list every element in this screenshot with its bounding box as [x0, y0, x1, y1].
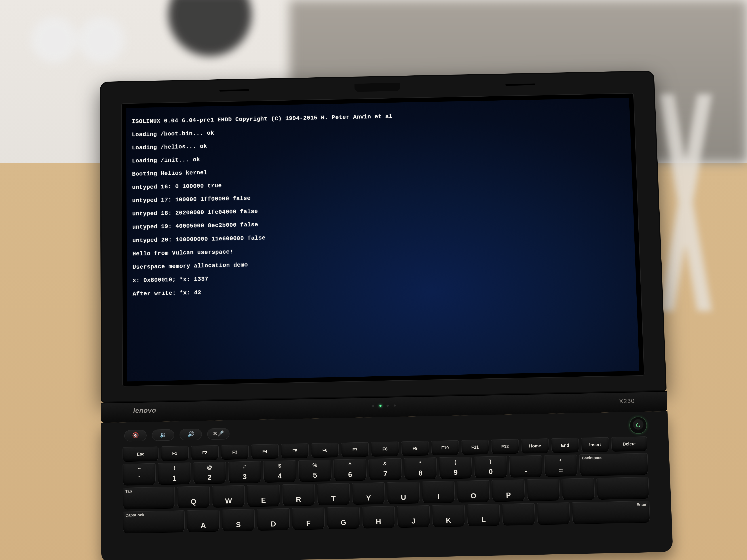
key-enter[interactable]: Enter — [572, 501, 650, 524]
key-f3[interactable]: F3 — [221, 445, 249, 460]
key-f2[interactable]: F2 — [191, 445, 219, 460]
key-r[interactable]: R — [282, 484, 315, 506]
key-0[interactable]: )0 — [474, 456, 508, 478]
key-7[interactable]: &7 — [368, 458, 402, 481]
key-t[interactable]: T — [317, 483, 350, 506]
speaker-slit-right — [506, 84, 535, 86]
key-capslock[interactable]: CapsLock — [123, 510, 185, 534]
key-s[interactable]: S — [222, 509, 255, 531]
key-tab[interactable]: Tab — [123, 487, 175, 509]
key-f10[interactable]: F10 — [431, 440, 459, 455]
key-i[interactable]: I — [422, 481, 455, 503]
key-e[interactable]: E — [247, 485, 280, 507]
led-icon — [372, 405, 375, 407]
webcam-notch — [355, 83, 400, 92]
vol-down-button[interactable]: 🔉 — [152, 429, 174, 441]
console-line: Loading /boot.bin... ok — [132, 122, 625, 138]
console-line: Loading /init... ok — [132, 148, 625, 165]
key-esc[interactable]: Esc — [123, 446, 159, 462]
laptop-deck: 🔇 🔉 🔊 ✕🎤 Esc F1 F2 F3 F4 F5 F6 F7 F8 — [101, 411, 673, 560]
key-f11[interactable]: F11 — [461, 440, 489, 455]
key-equals[interactable]: += — [544, 455, 578, 477]
keyboard: Esc F1 F2 F3 F4 F5 F6 F7 F8 F9 F10 F11 F… — [123, 436, 650, 534]
key-u[interactable]: U — [387, 482, 420, 504]
key-j[interactable]: J — [397, 505, 430, 528]
console-line: Loading /helios... ok — [132, 135, 625, 152]
key-y[interactable]: Y — [352, 482, 385, 505]
console-line: Booting Helios kernel — [132, 161, 626, 178]
model-label: X230 — [619, 398, 635, 404]
key-minus[interactable]: _- — [509, 455, 543, 478]
key-f6[interactable]: F6 — [311, 443, 339, 458]
power-button[interactable] — [630, 417, 647, 433]
key-backslash[interactable] — [596, 477, 649, 500]
vol-up-button[interactable]: 🔊 — [180, 428, 202, 440]
key-q[interactable]: Q — [177, 486, 210, 508]
key-p[interactable]: P — [492, 480, 525, 502]
key-quote[interactable] — [537, 503, 570, 525]
brand-label: lenovo — [133, 407, 156, 414]
boot-console: ISOLINUX 6.04 6.04-pre1 EHDD Copyright (… — [126, 98, 639, 381]
laptop-lid: ISOLINUX 6.04 6.04-pre1 EHDD Copyright (… — [100, 71, 667, 403]
key-2[interactable]: @2 — [193, 462, 226, 484]
key-f1[interactable]: F1 — [161, 446, 189, 461]
screen-bezel: ISOLINUX 6.04 6.04-pre1 EHDD Copyright (… — [121, 93, 645, 386]
led-icon — [387, 405, 389, 407]
key-f4[interactable]: F4 — [251, 444, 279, 459]
mute-button[interactable]: 🔇 — [124, 430, 147, 442]
key-bracket-r[interactable] — [562, 478, 595, 501]
console-line: untyped 19: 40005000 8ec2b000 false — [132, 214, 628, 231]
key-f9[interactable]: F9 — [401, 441, 429, 456]
console-line: untyped 18: 20200000 1fe04000 false — [132, 201, 627, 217]
key-home[interactable]: Home — [521, 438, 549, 454]
console-line: untyped 16: 0 100000 true — [132, 175, 626, 191]
photo-scene: ISOLINUX 6.04 6.04-pre1 EHDD Copyright (… — [0, 0, 747, 560]
console-line: ISOLINUX 6.04 6.04-pre1 EHDD Copyright (… — [132, 109, 624, 125]
key-bracket-l[interactable] — [526, 479, 560, 501]
key-f[interactable]: F — [292, 508, 325, 530]
led-icon — [394, 404, 396, 407]
key-l[interactable]: L — [467, 504, 500, 526]
key-backspace[interactable]: Backspace — [579, 453, 648, 476]
key-end[interactable]: End — [551, 438, 579, 453]
key-f8[interactable]: F8 — [371, 442, 399, 457]
key-k[interactable]: K — [432, 505, 465, 527]
key-6[interactable]: ^6 — [333, 459, 367, 481]
console-line: After write: *x: 42 — [133, 281, 630, 297]
key-semicolon[interactable] — [501, 503, 535, 526]
status-leds — [372, 404, 396, 407]
key-h[interactable]: H — [362, 506, 395, 529]
console-line: untyped 20: 100000000 11e600000 false — [132, 228, 628, 244]
key-delete[interactable]: Delete — [611, 436, 647, 452]
key-d[interactable]: D — [257, 508, 290, 531]
key-8[interactable]: *8 — [404, 457, 437, 480]
mic-mute-button[interactable]: ✕🎤 — [207, 428, 230, 440]
key-a[interactable]: A — [187, 510, 220, 532]
key-f12[interactable]: F12 — [491, 439, 519, 454]
key-9[interactable]: (9 — [439, 457, 472, 479]
key-5[interactable]: %5 — [298, 460, 332, 482]
key-backtick[interactable]: ~` — [123, 463, 156, 486]
console-line: untyped 17: 100000 1ff00000 false — [132, 188, 627, 204]
key-3[interactable]: #3 — [228, 461, 261, 483]
key-f5[interactable]: F5 — [281, 443, 309, 458]
key-w[interactable]: W — [212, 485, 245, 508]
console-line: Userspace memory allocation demo — [132, 254, 629, 271]
key-o[interactable]: O — [457, 480, 490, 503]
key-g[interactable]: G — [327, 507, 360, 529]
key-f7[interactable]: F7 — [341, 442, 369, 457]
console-line: x: 0x800010; *x: 1337 — [132, 267, 630, 284]
led-icon — [379, 405, 382, 407]
speaker-slit-left — [220, 89, 249, 91]
laptop: ISOLINUX 6.04 6.04-pre1 EHDD Copyright (… — [100, 71, 673, 560]
console-line: Hello from Vulcan userspace! — [132, 241, 629, 258]
key-1[interactable]: !1 — [158, 462, 191, 485]
key-insert[interactable]: Insert — [581, 437, 609, 452]
key-4[interactable]: $4 — [263, 460, 297, 483]
